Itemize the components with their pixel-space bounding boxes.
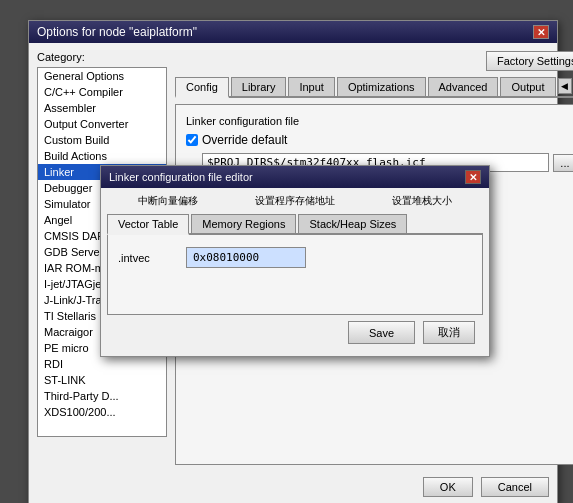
sidebar-item-xds100[interactable]: XDS100/200...	[38, 404, 166, 420]
tab-output[interactable]: Output	[500, 77, 555, 96]
inner-tabs-row: Vector Table Memory Regions Stack/Heap S…	[107, 214, 483, 235]
override-checkbox[interactable]	[186, 134, 198, 146]
inner-tab-content: .intvec	[107, 235, 483, 315]
chinese-row: 中断向量偏移 设置程序存储地址 设置堆栈大小	[107, 194, 483, 208]
linker-close-button[interactable]: ✕	[465, 170, 481, 184]
tab-library[interactable]: Library	[231, 77, 287, 96]
sidebar-item-custom-build[interactable]: Custom Build	[38, 132, 166, 148]
intvec-input[interactable]	[186, 247, 306, 268]
category-label: Category:	[37, 51, 167, 63]
linker-bottom-buttons: Save 取消	[107, 315, 483, 350]
tab-advanced[interactable]: Advanced	[428, 77, 499, 96]
sidebar-item-third-party[interactable]: Third-Party D...	[38, 388, 166, 404]
browse-button[interactable]: ...	[553, 154, 573, 172]
ok-button[interactable]: OK	[423, 477, 473, 497]
inner-tab-memory-regions[interactable]: Memory Regions	[191, 214, 296, 233]
sidebar-item-assembler[interactable]: Assembler	[38, 100, 166, 116]
main-bottom-buttons: OK Cancel	[29, 473, 557, 503]
inner-tab-vector-table[interactable]: Vector Table	[107, 214, 189, 235]
linker-editor-title: Linker configuration file editor	[109, 171, 253, 183]
tab-arrow-left[interactable]: ◀	[558, 78, 572, 94]
chinese-item-0: 中断向量偏移	[107, 194, 230, 208]
linker-config-label: Linker configuration file	[186, 115, 573, 127]
linker-cancel-button[interactable]: 取消	[423, 321, 475, 344]
tab-arrows: ◀ ▶	[558, 78, 574, 96]
linker-title-bar: Linker configuration file editor ✕	[101, 166, 489, 188]
sidebar-item-cpp-compiler[interactable]: C/C++ Compiler	[38, 84, 166, 100]
tab-config[interactable]: Config	[175, 77, 229, 98]
main-close-button[interactable]: ✕	[533, 25, 549, 39]
tab-optimizations[interactable]: Optimizations	[337, 77, 426, 96]
tab-input[interactable]: Input	[288, 77, 334, 96]
factory-settings-button[interactable]: Factory Settings	[486, 51, 573, 71]
title-bar: Options for node "eaiplatform" ✕	[29, 21, 557, 43]
tabs-row: Config Library Input Optimizations Advan…	[175, 77, 573, 98]
sidebar-item-rdi[interactable]: RDI	[38, 356, 166, 372]
inner-tab-stack-heap[interactable]: Stack/Heap Sizes	[298, 214, 407, 233]
dialog-title: Options for node "eaiplatform"	[37, 25, 197, 39]
intvec-label: .intvec	[118, 252, 178, 264]
linker-editor-dialog: Linker configuration file editor ✕ 中断向量偏…	[100, 165, 490, 357]
sidebar-item-output-converter[interactable]: Output Converter	[38, 116, 166, 132]
chinese-item-1: 设置程序存储地址	[234, 194, 357, 208]
override-checkbox-row: Override default	[186, 133, 573, 147]
vector-row: .intvec	[118, 247, 472, 268]
sidebar-item-stlink[interactable]: ST-LINK	[38, 372, 166, 388]
cancel-main-button[interactable]: Cancel	[481, 477, 549, 497]
sidebar-item-build-actions[interactable]: Build Actions	[38, 148, 166, 164]
save-button[interactable]: Save	[348, 321, 415, 344]
sidebar-item-general-options[interactable]: General Options	[38, 68, 166, 84]
linker-body: 中断向量偏移 设置程序存储地址 设置堆栈大小 Vector Table Memo…	[101, 188, 489, 356]
chinese-item-2: 设置堆栈大小	[360, 194, 483, 208]
override-label: Override default	[202, 133, 287, 147]
factory-btn-row: Factory Settings	[175, 51, 573, 71]
